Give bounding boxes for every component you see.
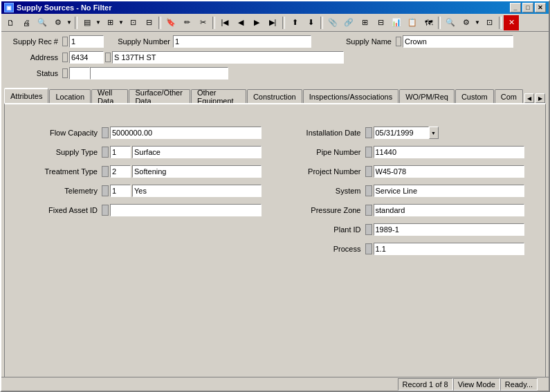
first-button[interactable]: |◀ [217,15,232,30]
map-button[interactable]: 🗺 [421,15,436,30]
tab-wo-pm-req[interactable]: WO/PM/Req [399,89,455,103]
supply-name-indicator [396,37,401,46]
layout-dropdown[interactable]: ▼ [118,15,125,30]
attach-button[interactable]: 📎 [325,15,340,30]
header-form: Supply Rec # Supply Number Supply Name A… [1,32,549,85]
tab-nav-right[interactable]: ▶ [535,93,545,103]
window-title: Supply Sources - No Filter [17,3,510,12]
pipe-number-row: Pipe Number [289,144,525,160]
tab-attributes[interactable]: Attributes [4,88,48,103]
status-bar: Record 1 of 8 View Mode Ready... [1,377,549,391]
cut-button[interactable]: ✂ [195,15,210,30]
supply-number-input[interactable] [173,35,311,48]
supply-rec-input[interactable] [69,35,104,48]
search-button[interactable]: 🔍 [443,15,458,30]
system-label: System [289,187,365,195]
chart-button[interactable]: 📊 [389,15,404,30]
down-button[interactable]: ⬇ [303,15,318,30]
filter-button[interactable]: ▤ [80,15,95,30]
treatment-type-code-input[interactable] [110,165,131,178]
new-button[interactable]: 🗋 [3,15,18,30]
title-bar: ▣ Supply Sources - No Filter _ □ ✕ [1,1,549,14]
fixed-asset-id-input[interactable] [110,204,262,216]
supply-number-label: Supply Number [111,37,173,46]
supply-type-code-input[interactable] [110,146,131,158]
flow-capacity-indicator [102,127,109,138]
tab-well-data[interactable]: Well Data [91,89,128,103]
up-button[interactable]: ⬆ [287,15,302,30]
record-info: Record 1 of 8 [403,380,448,389]
pressure-zone-input[interactable] [374,204,525,216]
process-row: Process [289,241,525,256]
close-button[interactable]: ✕ [535,3,546,12]
project-number-label: Project Number [289,167,365,176]
last-button[interactable]: ▶| [265,15,280,30]
status-input[interactable] [90,67,228,80]
layout-button[interactable]: ⊞ [102,15,118,30]
status-label: Status [6,69,61,77]
status-code-input[interactable] [69,67,90,80]
close-form-button[interactable]: ✕ [504,15,519,30]
tab-content-attributes: Flow Capacity Supply Type Treatment Type [4,103,546,377]
preview-button[interactable]: 🔍 [35,15,50,30]
tools-button[interactable]: ⚙ [51,15,66,30]
process-input[interactable] [374,243,525,255]
edit-button[interactable]: ✏ [179,15,194,30]
address-input[interactable] [112,51,344,64]
tab-surface[interactable]: Surface/Other Data [129,89,190,103]
report-button[interactable]: 📋 [405,15,420,30]
tab-inspections[interactable]: Inspections/Associations [303,89,398,103]
pipe-number-label: Pipe Number [289,148,365,156]
address-code-input[interactable] [69,51,104,64]
supply-type-input[interactable] [132,146,262,158]
filter-dropdown[interactable]: ▼ [95,15,102,30]
maximize-button[interactable]: □ [522,3,533,12]
bookmark-button[interactable]: 🔖 [163,15,178,30]
telemetry-code-input[interactable] [110,185,131,197]
status-indicator [62,68,68,78]
supply-type-row: Supply Type [26,144,262,160]
tab-custom[interactable]: Custom [455,89,494,103]
system-input[interactable] [374,185,525,197]
record-info-panel: Record 1 of 8 [398,378,453,391]
grid3-button[interactable]: ⊟ [373,15,388,30]
installation-date-row: Installation Date ▼ [289,125,525,140]
status-row: Status [6,66,544,80]
tab-other-equipment[interactable]: Other Equipment [191,89,246,103]
misc-button[interactable]: ⊡ [482,15,497,30]
minimize-button[interactable]: _ [510,3,521,12]
treatment-type-row: Treatment Type [26,164,262,179]
tab-com[interactable]: Com [495,89,523,103]
extra-dropdown[interactable]: ▼ [474,15,481,30]
supply-name-input[interactable] [403,35,513,48]
next-button[interactable]: ▶ [249,15,264,30]
tab-nav-left[interactable]: ◀ [524,93,534,103]
left-column: Flow Capacity Supply Type Treatment Type [26,125,262,261]
pressure-zone-row: Pressure Zone [289,203,525,218]
sep5 [320,17,323,29]
expand-button[interactable]: ⊟ [141,15,156,30]
grid-button[interactable]: ⊡ [125,15,140,30]
grid2-button[interactable]: ⊞ [357,15,372,30]
flow-capacity-input[interactable] [110,127,262,139]
plant-id-label: Plant ID [289,225,365,234]
sep3 [212,17,215,29]
tab-location[interactable]: Location [49,89,91,103]
link-button[interactable]: 🔗 [341,15,356,30]
prev-button[interactable]: ◀ [233,15,248,30]
view-mode-panel: View Mode [453,378,500,391]
pressure-zone-label: Pressure Zone [289,206,365,214]
tab-construction[interactable]: Construction [247,89,302,103]
telemetry-input[interactable] [132,185,262,197]
sep6 [438,17,441,29]
treatment-type-input[interactable] [132,165,262,178]
date-dropdown-button[interactable]: ▼ [429,127,439,139]
tools-dropdown[interactable]: ▼ [66,15,73,30]
process-indicator [365,243,372,254]
pipe-number-input[interactable] [374,146,525,158]
extra-button[interactable]: ⚙ [459,15,474,30]
print-button[interactable]: 🖨 [19,15,34,30]
plant-id-input[interactable] [374,223,525,236]
installation-date-input[interactable] [374,127,429,139]
project-number-input[interactable] [374,165,525,178]
